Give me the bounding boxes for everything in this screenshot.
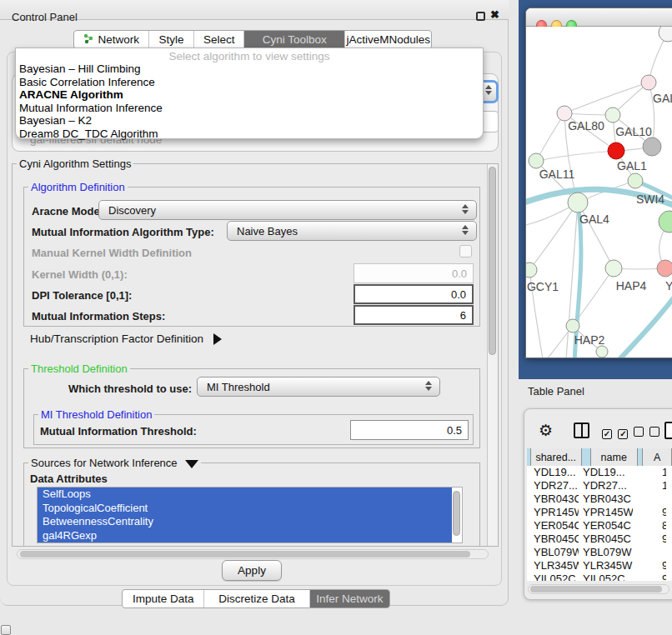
network-node-gal11[interactable] [529,153,544,168]
data-attribute-item[interactable]: TopologicalCoefficient [38,502,452,516]
apply-button[interactable]: Apply [222,560,282,581]
tab-discretize-data[interactable]: Discretize Data [204,590,309,608]
network-node-gcy1[interactable] [526,262,537,278]
network-node[interactable] [596,346,608,358]
tab-select[interactable]: Select [194,31,244,48]
network-node[interactable] [643,138,661,156]
sources-legend: Sources for Network Inference [28,457,201,469]
tab-jactivemnodules[interactable]: jActiveMNodules [345,31,431,48]
table-row[interactable]: YLR345WYLR345W9. [527,559,672,572]
tab-infer-network[interactable]: Infer Network [310,590,389,608]
tab-style[interactable]: Style [149,31,195,48]
network-node-gal4[interactable] [568,192,588,212]
dropdown-item[interactable]: Dream8 DC_TDC Algorithm [16,128,483,141]
tab-cyni-toolbox[interactable]: Cyni Toolbox [244,31,345,48]
table-row[interactable]: YDR27...YDR27...12 [527,479,672,492]
table-cell: YBR045C [579,532,633,546]
table-row[interactable]: YBR045CYBR045C9. [527,532,672,546]
panel-grip-icon[interactable] [1,625,11,635]
tab-discretize-data-label: Discretize Data [218,592,295,605]
table-cell: YBL079W [579,546,633,559]
data-attribute-item[interactable]: BetweennessCentrality [38,515,452,529]
kernel-width-field[interactable]: 0.0 [354,263,474,283]
manual-kernel-checkbox[interactable] [459,245,472,258]
network-node[interactable] [659,211,672,232]
close-icon[interactable]: ✖ [490,8,499,21]
network-node-hap2[interactable] [566,319,579,332]
table-row[interactable]: YPR145WYPR145W9. [527,506,672,519]
dpi-tolerance-field[interactable]: 0.0 [354,284,474,304]
network-node-gal10[interactable] [605,108,620,122]
gear-icon[interactable]: ⚙ [539,421,553,440]
control-panel-title: Control Panel [12,11,78,23]
table-cell: 9. [633,506,666,519]
network-node-y[interactable] [657,260,672,277]
clear-all-checks-button[interactable] [634,425,659,440]
network-node-swi4[interactable] [628,173,643,188]
kernel-width-label: Kernel Width (0,1): [32,268,128,281]
network-node-label: HAP4 [616,279,647,292]
table-row[interactable]: YDL19...YDL19...13 [527,466,672,479]
unchecked-box-icon [649,427,659,437]
expand-triangle-icon[interactable] [213,333,222,345]
which-threshold-combo[interactable]: MI Threshold [197,377,440,397]
tab-network-label: Network [98,33,140,46]
table-cell: 12 [633,479,666,492]
tab-impute-data[interactable]: Impute Data [123,590,204,608]
tab-cyni-toolbox-label: Cyni Toolbox [263,33,327,46]
network-node-label: GAL4 [579,212,609,226]
column-layout-icon[interactable] [574,422,589,438]
mi-threshold-label: Mutual Information Threshold: [40,425,197,438]
table-cell: YER054C [579,519,633,532]
table-cell: YBR045C [527,532,579,546]
tab-network[interactable]: Network [74,31,149,48]
network-node-label: HAP2 [574,333,605,347]
table-row[interactable]: YER054CYER054C8. [527,519,672,532]
table-row[interactable]: YBL079WYBL079W [527,546,672,559]
table-header-row: shared...nameA [527,448,672,466]
attributes-scrollbar-thumb[interactable] [453,491,460,536]
network-canvas[interactable]: GALGAL80GAL10GAL1GAL11SWI4GAL4GCY1HAP4YH… [526,27,672,358]
table-cell: 9. [633,572,666,581]
settings-hscrollbar-thumb[interactable] [20,551,470,558]
select-all-checks-button[interactable]: ✓ ✓ [602,425,628,440]
collapse-triangle-icon[interactable] [185,460,198,468]
table-column-header[interactable]: shared... [530,448,582,466]
network-graph: GALGAL80GAL10GAL1GAL11SWI4GAL4GCY1HAP4YH… [526,27,672,358]
dropdown-item[interactable]: Bayesian – Hill Climbing [16,62,483,76]
network-node[interactable] [659,27,672,42]
mi-type-combo[interactable]: Naive Bayes [227,221,477,241]
table-cell: YER054C [527,519,579,532]
float-window-icon[interactable] [476,12,485,21]
data-attribute-item[interactable]: SelfLoops [38,488,452,502]
network-node-gal1[interactable] [608,142,624,159]
dropdown-item[interactable]: Mutual Information Inference [16,102,483,115]
mi-steps-field[interactable]: 6 [354,305,474,325]
document-icon[interactable] [664,422,672,439]
table-row[interactable]: YBR043CYBR043C [527,492,672,506]
table-column-header[interactable]: A [642,448,672,466]
dropdown-item[interactable]: Basic Correlation Inference [16,76,483,89]
algorithm-definition-legend: Algorithm Definition [28,181,128,193]
table-hscrollbar-thumb[interactable] [530,586,662,592]
aracne-mode-combo[interactable]: Discovery [98,200,477,220]
table-cell: YDL19... [527,466,579,479]
table-cell: YPR145W [579,506,633,519]
table-cell: YLR345W [527,559,579,572]
network-node-gal[interactable] [641,75,656,90]
data-attribute-item[interactable]: gal4RGexp [38,529,452,543]
hub-section-toggle[interactable]: Hub/Transcription Factor Definition [30,332,222,345]
mi-threshold-field[interactable]: 0.5 [350,420,469,440]
network-node-label: GAL10 [615,125,652,138]
network-window-titlebar[interactable] [526,8,672,27]
settings-scrollbar-thumb[interactable] [489,167,496,355]
table-column-header[interactable]: name [590,448,638,466]
network-node-hap4[interactable] [605,260,622,277]
table-body: YDL19...YDL19...13YDR27...YDR27...12YBR0… [527,466,672,581]
table-cell: YIL052C [579,572,633,581]
table-row[interactable]: YIL052CYIL052C9. [527,572,672,581]
table-cell: YPR145W [527,506,579,519]
which-threshold-label: Which threshold to use: [33,382,192,395]
dropdown-item[interactable]: Bayesian – K2 [16,114,483,128]
dropdown-item[interactable]: ARACNE Algorithm [16,88,483,102]
